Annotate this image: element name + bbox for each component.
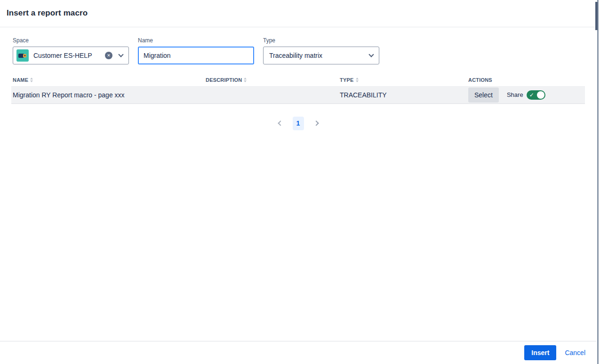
insert-button[interactable]: Insert bbox=[524, 345, 556, 360]
space-select[interactable]: + Customer ES-HELP ✕ bbox=[13, 47, 129, 64]
chevron-right-icon bbox=[313, 120, 319, 126]
space-avatar-icon: + bbox=[16, 49, 29, 62]
page-title: Insert a report macro bbox=[7, 8, 88, 18]
share-toggle[interactable]: ✓ bbox=[527, 90, 545, 100]
check-icon: ✓ bbox=[529, 91, 534, 99]
insert-report-macro-dialog: Insert a report macro Space + Customer E… bbox=[0, 0, 600, 364]
type-selected-value: Traceability matrix bbox=[269, 52, 369, 59]
scrollbar-thumb[interactable] bbox=[595, 2, 598, 30]
cancel-button[interactable]: Cancel bbox=[565, 349, 585, 356]
sort-icon[interactable] bbox=[244, 78, 247, 82]
space-selected-value: Customer ES-HELP bbox=[33, 52, 105, 59]
column-header-description[interactable]: DESCRIPTION bbox=[206, 77, 340, 83]
toggle-knob bbox=[537, 91, 544, 99]
next-page-button[interactable] bbox=[311, 118, 322, 129]
pagination: 1 bbox=[11, 116, 585, 131]
scrollbar[interactable] bbox=[597, 0, 599, 364]
table-header: NAME DESCRIPTION TYPE ACTIONS bbox=[11, 74, 585, 86]
name-field-group: Name bbox=[138, 37, 254, 64]
name-input[interactable] bbox=[138, 47, 254, 64]
table-row: Migration RY Report macro - page xxx TRA… bbox=[11, 86, 585, 104]
battery-plus-icon: + bbox=[23, 54, 26, 57]
chevron-down-icon[interactable] bbox=[368, 52, 374, 57]
type-select[interactable]: Traceability matrix bbox=[263, 47, 379, 64]
column-header-actions: ACTIONS bbox=[468, 77, 585, 83]
column-header-name[interactable]: NAME bbox=[13, 77, 206, 83]
row-actions-cell: Select Share ✓ bbox=[468, 87, 585, 103]
share-control: Share ✓ bbox=[507, 90, 545, 100]
sort-icon[interactable] bbox=[30, 78, 33, 82]
row-name-cell: Migration RY Report macro - page xxx bbox=[13, 91, 206, 99]
name-label: Name bbox=[138, 37, 254, 44]
dialog-header: Insert a report macro bbox=[0, 0, 596, 27]
space-label: Space bbox=[13, 37, 129, 44]
filter-form: Space + Customer ES-HELP ✕ Name Type Tra… bbox=[13, 37, 379, 64]
select-button[interactable]: Select bbox=[468, 87, 499, 103]
chevron-left-icon bbox=[278, 120, 283, 126]
share-label: Share bbox=[507, 91, 523, 98]
row-type-cell: TRACEABILITY bbox=[340, 91, 468, 99]
type-label: Type bbox=[263, 37, 379, 44]
sort-icon[interactable] bbox=[356, 78, 359, 82]
space-field-group: Space + Customer ES-HELP ✕ bbox=[13, 37, 129, 64]
clear-icon[interactable]: ✕ bbox=[105, 52, 112, 59]
dialog-footer: Insert Cancel bbox=[0, 341, 596, 364]
type-field-group: Type Traceability matrix bbox=[263, 37, 379, 64]
previous-page-button[interactable] bbox=[275, 118, 286, 129]
chevron-down-icon[interactable] bbox=[118, 52, 123, 57]
column-header-type[interactable]: TYPE bbox=[340, 77, 468, 83]
page-number-current[interactable]: 1 bbox=[293, 117, 304, 130]
